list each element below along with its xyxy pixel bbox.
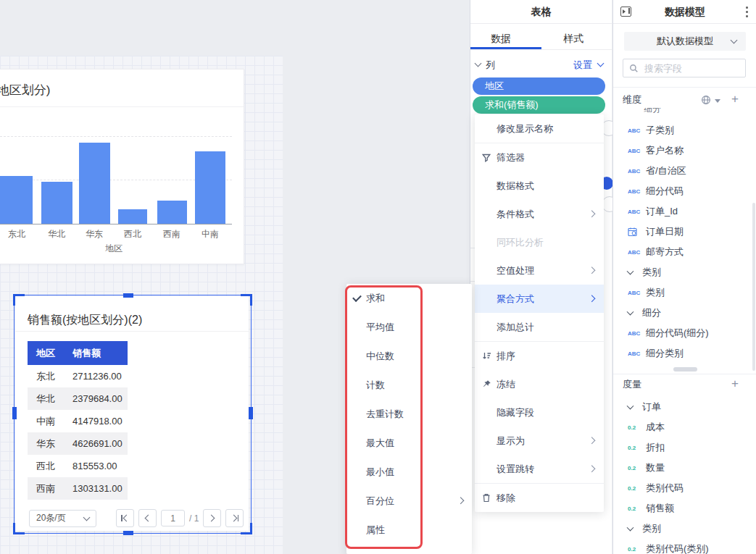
menu-item-data-format[interactable]: 数据格式 bbox=[475, 172, 604, 200]
field-item[interactable]: 订单日期 bbox=[613, 222, 756, 242]
text-field-icon: ABC bbox=[628, 290, 640, 296]
bar-xibei[interactable] bbox=[118, 209, 147, 224]
menu-item-hide-field[interactable]: 隐藏字段 bbox=[475, 398, 604, 427]
number-field-icon: 0.2 bbox=[628, 445, 636, 451]
menu-item-null-handling[interactable]: 空值处理 bbox=[475, 256, 604, 285]
chevron-right-icon bbox=[589, 437, 596, 444]
field-item[interactable]: ABC类别 bbox=[613, 282, 756, 303]
menu-item-show-as[interactable]: 显示为 bbox=[475, 427, 604, 455]
model-selector-dropdown[interactable]: 默认数据模型 bbox=[624, 32, 746, 51]
column-section-header: 列 设置 bbox=[470, 56, 612, 74]
selection-handle[interactable] bbox=[12, 407, 17, 419]
settings-link[interactable]: 设置 bbox=[573, 59, 592, 72]
text-field-icon: ABC bbox=[628, 330, 640, 337]
bar-huabei[interactable] bbox=[41, 182, 72, 224]
field-item[interactable]: 0.2销售额 bbox=[613, 498, 756, 519]
field-item[interactable]: 0.2成本 bbox=[613, 417, 756, 437]
selection-corner[interactable] bbox=[13, 523, 25, 534]
menu-item-filter[interactable]: 筛选器 bbox=[475, 143, 604, 172]
field-item[interactable]: ABC邮寄方式 bbox=[613, 242, 756, 262]
chevron-right-icon bbox=[589, 210, 596, 217]
search-input[interactable] bbox=[643, 62, 733, 75]
chevron-right-icon bbox=[589, 295, 596, 302]
chevron-right-icon bbox=[589, 266, 596, 274]
field-item[interactable]: ABC细分代码 bbox=[613, 181, 756, 201]
date-field-icon bbox=[628, 227, 637, 237]
vertical-scrollbar-thumb[interactable] bbox=[752, 203, 755, 371]
field-item[interactable]: 0.2类别代码 bbox=[613, 478, 756, 498]
highlight-annotation-box bbox=[345, 285, 423, 549]
text-field-icon: ABC bbox=[628, 148, 640, 154]
field-item[interactable]: 0.2折扣 bbox=[613, 437, 756, 458]
menu-item-add-total[interactable]: 添加总计 bbox=[475, 313, 604, 341]
x-tick-label: 西南 bbox=[157, 228, 186, 240]
chevron-down-icon[interactable] bbox=[597, 60, 605, 67]
menu-item-remove[interactable]: 移除 bbox=[475, 484, 604, 512]
selection-corner[interactable] bbox=[241, 294, 252, 306]
trash-icon bbox=[481, 493, 491, 503]
field-item[interactable]: 0.2数量 bbox=[613, 458, 756, 478]
field-group[interactable]: 订单 bbox=[613, 397, 756, 417]
bar-dongbei[interactable] bbox=[0, 176, 33, 224]
selection-corner[interactable] bbox=[13, 294, 25, 306]
field-group[interactable]: 类别 bbox=[613, 262, 756, 282]
chevron-down-icon bbox=[627, 268, 634, 275]
chevron-down-icon bbox=[627, 524, 634, 532]
chevron-down-icon bbox=[627, 403, 634, 410]
x-tick-label: 西北 bbox=[118, 228, 147, 240]
add-measure-icon[interactable]: + bbox=[731, 379, 739, 389]
chevron-right-icon bbox=[457, 497, 465, 504]
chevron-down-icon bbox=[627, 309, 634, 316]
field-chip-region[interactable]: 地区 bbox=[473, 77, 605, 95]
tab-data[interactable]: 数据 bbox=[491, 29, 511, 49]
bar-chart-widget[interactable]: 销售额(按地区划分) 东北 华北 华东 西北 西南 中南 地区 bbox=[0, 69, 244, 264]
bar-huadong[interactable] bbox=[79, 143, 110, 224]
chevron-down-icon[interactable] bbox=[475, 60, 482, 67]
field-item[interactable]: ABC细分代码(细分) bbox=[613, 323, 756, 343]
tab-style[interactable]: 样式 bbox=[563, 29, 583, 49]
field-group[interactable]: 类别 bbox=[613, 519, 756, 539]
text-field-icon: ABC bbox=[628, 209, 640, 215]
dropdown-arrow-icon[interactable] bbox=[715, 99, 720, 103]
app-window: 销售额(按地区划分) 东北 华北 华东 西北 西南 中南 地区 销售额(按地区划… bbox=[0, 0, 756, 554]
menu-item-freeze[interactable]: 冻结 bbox=[475, 370, 604, 398]
menu-item-sort[interactable]: 排序 bbox=[475, 342, 604, 370]
panel-title: 数据模型 bbox=[613, 0, 756, 24]
globe-icon[interactable] bbox=[701, 95, 711, 105]
text-field-icon: ABC bbox=[628, 351, 640, 357]
chart-x-axis bbox=[0, 224, 232, 224]
horizontal-scrollbar-thumb[interactable] bbox=[673, 367, 697, 372]
field-item[interactable]: ABC子类别 bbox=[613, 120, 756, 140]
menu-item-set-jump[interactable]: 设置跳转 bbox=[475, 455, 604, 483]
sort-icon bbox=[481, 351, 491, 361]
field-search-box[interactable] bbox=[623, 59, 746, 77]
selection-handle[interactable] bbox=[123, 293, 133, 298]
filter-icon bbox=[481, 153, 491, 163]
field-item[interactable]: ABC细分类别 bbox=[613, 343, 756, 364]
menu-item-conditional-format[interactable]: 条件格式 bbox=[475, 200, 604, 228]
field-item[interactable]: 0.2类别代码(类别) bbox=[613, 539, 756, 554]
text-field-icon: ABC bbox=[628, 127, 640, 134]
x-axis-title: 地区 bbox=[99, 243, 128, 255]
more-options-icon[interactable] bbox=[746, 7, 748, 17]
text-field-icon: ABC bbox=[628, 188, 640, 195]
widget-selection-frame[interactable] bbox=[14, 295, 252, 534]
field-group[interactable]: 细分 bbox=[613, 303, 756, 323]
selection-handle[interactable] bbox=[123, 531, 133, 535]
menu-item-aggregation[interactable]: 聚合方式 bbox=[475, 285, 604, 313]
field-item[interactable]: ABC省/自治区 bbox=[613, 161, 756, 181]
field-item[interactable]: ABC客户名称 bbox=[613, 140, 756, 161]
search-icon bbox=[629, 64, 639, 73]
menu-item-rename[interactable]: 修改显示名称 bbox=[475, 114, 604, 143]
column-section-label: 列 bbox=[486, 59, 495, 72]
bar-xinan[interactable] bbox=[157, 201, 187, 224]
add-dimension-icon[interactable]: + bbox=[731, 94, 739, 104]
selection-handle[interactable] bbox=[249, 407, 253, 419]
field-chip-sum-sales[interactable]: 求和(销售额) bbox=[473, 96, 605, 114]
field-item[interactable]: ABC订单_Id bbox=[613, 201, 756, 222]
bar-zhongnan[interactable] bbox=[195, 151, 225, 224]
selection-corner[interactable] bbox=[241, 523, 252, 534]
chevron-down-icon bbox=[731, 37, 738, 44]
number-field-icon: 0.2 bbox=[628, 465, 636, 471]
data-model-panel: 数据模型 默认数据模型 维度 + 细分 ABC子类别 ABC客户名称 ABC省/… bbox=[612, 0, 756, 554]
